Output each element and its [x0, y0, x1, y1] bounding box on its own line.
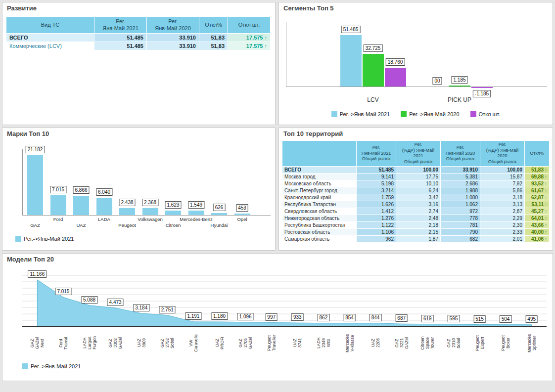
territory-row: Нижегородская область1.2762,487782,2964,…	[282, 215, 550, 221]
razvitie-column-header[interactable]: Откл%	[199, 17, 228, 34]
razvitie-row-label[interactable]: ВСЕГО	[6, 34, 94, 42]
brand-bar[interactable]	[165, 211, 181, 215]
territory-share-2020: 100,00	[480, 166, 525, 173]
territory-column-header[interactable]: Рег. Янв-Май 2020 Общий рынок	[441, 141, 480, 167]
model-label: LADA Largus Furgon	[82, 330, 97, 356]
model-label: UAZ PROFI	[214, 330, 224, 356]
brand-bar[interactable]	[73, 196, 89, 215]
territory-reg-2020: 781	[441, 221, 480, 228]
razvitie-row-label[interactable]: Коммерческие (LCV)	[6, 42, 94, 50]
territory-name[interactable]: Самарская область	[282, 235, 357, 242]
razvitie-column-header[interactable]: Откл шт.	[228, 17, 271, 34]
legend-item[interactable]: Рег.->Янв-Май 2021	[15, 236, 74, 242]
legend-label: Рег.->Янв-Май 2021	[24, 236, 74, 242]
point-value-label: 11.166	[28, 270, 46, 278]
trend-up-icon: ↑	[545, 195, 547, 200]
razvitie-otkl-pct: 51,83	[199, 34, 228, 42]
territory-share-2021: 2,48	[396, 215, 441, 221]
bar-value-label: 7.015	[50, 186, 66, 193]
model-label: UAZ 2206	[370, 330, 380, 356]
territory-reg-2021: 1.412	[357, 208, 396, 215]
model-label: LADA 2349 WIS	[316, 330, 331, 356]
legend-label: Рег.->Янв-Май 2020	[409, 111, 459, 117]
legend-item[interactable]: Рег.->Янв-Май 2021	[331, 111, 390, 117]
model-label: Peugeot Boxer	[501, 330, 510, 356]
trend-up-icon: ↑	[545, 216, 547, 221]
brand-bar[interactable]	[119, 208, 135, 215]
brand-bar[interactable]	[211, 213, 227, 215]
territory-column-header[interactable]: Рег. Янв-Май 2021 Общий рынок	[357, 141, 396, 167]
territory-reg-2020: 972	[441, 208, 480, 215]
territory-row: Краснодарский край1.7593,421.0803,1862,8…	[282, 194, 550, 201]
segment-bar[interactable]	[340, 35, 362, 87]
panel-title-segmenty: Сегменты Топ 5	[279, 2, 553, 14]
point-value-label: 933	[291, 313, 304, 321]
territory-column-header[interactable]	[282, 141, 357, 167]
territory-name[interactable]: Свердловская область	[282, 208, 357, 215]
territory-otkl-pct: 43,66↑	[525, 221, 550, 228]
razvitie-reg-2020: 33.910	[147, 42, 199, 50]
trend-up-icon: ↑	[545, 229, 547, 235]
legend-item[interactable]: Откл шт.	[470, 111, 501, 117]
territory-column-header[interactable]: Рег. (%ДР) Янв-Май 2021 Общий рынок	[396, 141, 441, 167]
trend-up-icon: ↑	[545, 174, 547, 179]
razvitie-reg-2020: 33.910	[147, 34, 199, 42]
brand-bar[interactable]	[188, 211, 204, 215]
panel-title-razvitie: Развитие	[2, 2, 275, 14]
legend-item[interactable]: Рег.->Янв-Май 2021	[22, 363, 81, 369]
territory-name[interactable]: Краснодарский край	[282, 194, 357, 201]
point-value-label: 7.015	[55, 288, 71, 295]
bar-value-label: 1.549	[188, 201, 204, 209]
territory-row: Свердловская область1.4122,749722,8745,2…	[282, 208, 550, 215]
brand-bar[interactable]	[27, 155, 43, 215]
model-label: UAZ 3741	[292, 330, 302, 356]
segment-bar[interactable]	[471, 87, 493, 88]
trend-up-icon: ↑	[545, 202, 547, 207]
brand-bar[interactable]	[96, 198, 112, 215]
territory-reg-2021: 1.106	[357, 228, 396, 235]
territory-name[interactable]: Московская область	[282, 180, 357, 187]
territory-share-2021: 100,00	[396, 166, 441, 173]
territory-name[interactable]: Санкт-Петербург город	[282, 187, 357, 194]
razvitie-column-header[interactable]: Вид ТС	[6, 17, 94, 34]
territory-share-2020: 3,13	[480, 201, 525, 208]
segments-bar-chart: 51.48532.72518.760LCV001.185-1.185PICK U…	[279, 14, 553, 110]
category-label: LADA	[98, 217, 110, 222]
category-label: Citroen	[166, 222, 181, 228]
brand-bar[interactable]	[234, 214, 250, 215]
razvitie-column-header[interactable]: Рег. Янв-Май 2021	[94, 17, 147, 34]
territory-reg-2020: 778	[441, 215, 480, 221]
territory-share-2021: 6,24	[396, 187, 441, 194]
segment-bar[interactable]	[363, 54, 384, 87]
brands-legend: Рег.->Янв-Май 2021	[15, 236, 74, 242]
territory-reg-2021: 1.759	[357, 194, 396, 201]
territory-name[interactable]: Москва город	[282, 173, 357, 180]
razvitie-column-header[interactable]: Рег. Янв-Май 2020	[147, 17, 199, 34]
territory-name[interactable]: ВСЕГО	[282, 166, 357, 173]
legend-item[interactable]: Рег.->Янв-Май 2020	[401, 111, 459, 117]
point-value-label: 3.184	[133, 304, 149, 311]
point-value-label: 595	[448, 315, 460, 322]
territory-reg-2020: 1.062	[441, 201, 480, 208]
bar-value-label: 32.725	[364, 44, 383, 52]
x-axis	[286, 87, 547, 87]
segment-bar[interactable]	[449, 86, 470, 87]
territory-otkl-pct: 41,06↑	[525, 235, 550, 242]
brand-bar[interactable]	[142, 208, 158, 215]
territory-reg-2020: 1.988	[441, 187, 480, 194]
territory-row: Самарская область9621,876822,0141,06↑	[282, 235, 550, 242]
territory-name[interactable]: Ростовская область	[282, 228, 357, 235]
territory-name[interactable]: Нижегородская область	[282, 215, 357, 221]
bar-value-label: 6.040	[96, 188, 112, 196]
territory-column-header[interactable]: Рег. (%ДР) Янв-Май 2020 Общий рынок	[480, 141, 525, 167]
trend-up-icon: ↑	[265, 43, 268, 49]
brand-bar[interactable]	[50, 195, 66, 215]
point-value-label: 1.096	[237, 313, 254, 320]
panel-segmenty: Сегменты Топ 5 51.48532.72518.760LCV001.…	[278, 2, 553, 125]
territory-name[interactable]: Республика Татарстан	[282, 201, 357, 208]
point-value-label: 687	[395, 314, 408, 322]
territory-name[interactable]: Республика Башкортостан	[282, 221, 357, 228]
territory-column-header[interactable]: Откл%	[525, 141, 550, 167]
segment-bar[interactable]	[385, 68, 406, 87]
territory-reg-2021: 9.141	[357, 173, 396, 180]
